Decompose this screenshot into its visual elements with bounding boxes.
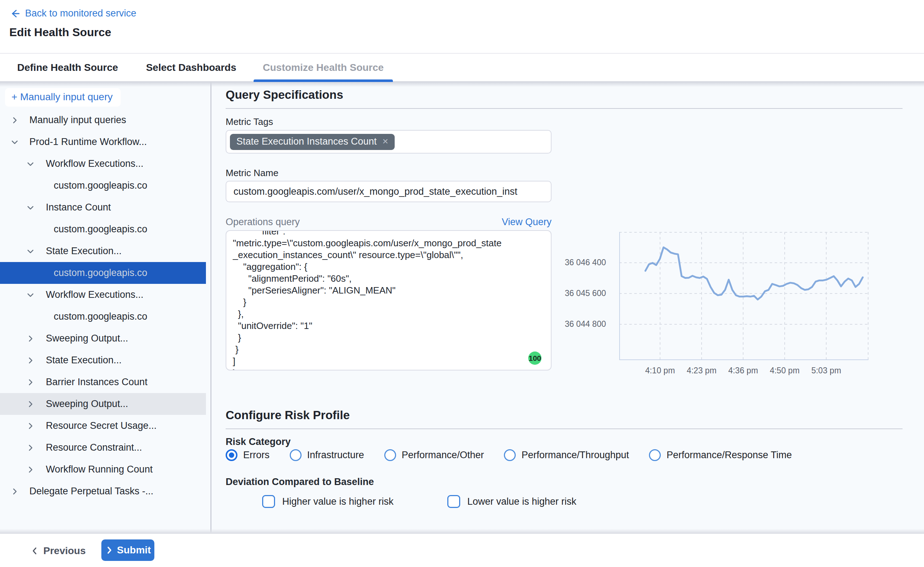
back-link[interactable]: Back to monitored service	[9, 8, 137, 19]
radio-performance-response-time[interactable]: Performance/Response Time	[649, 449, 792, 461]
checkbox-higher-value[interactable]: Higher value is higher risk	[262, 495, 394, 508]
chevron-right-icon[interactable]	[10, 487, 20, 496]
checkbox-icon	[447, 495, 460, 508]
chevron-right-icon	[105, 546, 114, 555]
metric-tag-label: State Execution Instances Count	[236, 136, 377, 147]
tab-select-dashboards[interactable]: Select Dashboards	[137, 54, 246, 81]
operations-query-label: Operations query	[225, 217, 300, 228]
chevron-left-icon	[30, 547, 39, 555]
query-tree-sidebar: + Manually input query Manually input qu…	[0, 82, 211, 533]
chevron-right-icon[interactable]	[26, 378, 35, 387]
metric-tags-input[interactable]: State Execution Instances Count ×	[225, 130, 551, 154]
risk-category-radio-group: Errors Infrastructure Performance/Other …	[225, 449, 792, 461]
edit-health-source-page: Back to monitored service Edit Health So…	[0, 0, 924, 567]
chevron-right-icon[interactable]	[26, 356, 35, 365]
tree-item-workflow-executions-1[interactable]: Workflow Executions...	[0, 153, 206, 175]
radio-errors[interactable]: Errors	[225, 449, 270, 461]
operations-query-editor[interactable]: "filter": "metric.type=\"custom.googleap…	[225, 230, 551, 370]
chart-y-axis: 36 046 40036 045 60036 044 800	[541, 232, 609, 360]
chart-x-axis: 4:10 pm4:23 pm4:36 pm4:50 pm5:03 pm	[619, 366, 868, 378]
wizard-tabs: Define Health Source Select Dashboards C…	[0, 53, 924, 82]
tree-item-instance-count[interactable]: Instance Count	[0, 196, 206, 218]
tree-item-sweeping-output-1[interactable]: Sweeping Output...	[0, 327, 206, 350]
tree-item-state-execution-2[interactable]: State Execution...	[0, 350, 206, 371]
y-axis-tick-label: 36 045 600	[541, 288, 606, 298]
metric-name-label: Metric Name	[225, 168, 278, 178]
chart-plot	[619, 232, 868, 360]
checkbox-lower-value[interactable]: Lower value is higher risk	[447, 495, 577, 508]
query-score-badge: 100	[528, 351, 541, 365]
tree-item-metric-leaf-3[interactable]: custom.googleapis.co	[0, 306, 206, 327]
content-area: + Manually input query Manually input qu…	[0, 82, 924, 533]
previous-button[interactable]: Previous	[30, 540, 86, 562]
radio-icon	[504, 449, 516, 461]
tab-define-health-source[interactable]: Define Health Source	[8, 54, 128, 81]
query-tree: Manually input queries Prod-1 Runtime Wo…	[0, 109, 210, 502]
x-axis-tick-label: 5:03 pm	[801, 366, 851, 375]
section-title-configure-risk-profile: Configure Risk Profile	[225, 408, 350, 422]
tree-item-manually-input-queries[interactable]: Manually input queries	[0, 109, 206, 131]
tab-customize-health-source[interactable]: Customize Health Source	[254, 54, 393, 81]
section-divider	[225, 108, 903, 109]
tree-item-workflow-executions-2[interactable]: Workflow Executions...	[0, 284, 206, 306]
metric-tag-chip: State Execution Instances Count ×	[230, 134, 395, 150]
chevron-right-icon[interactable]	[26, 465, 35, 474]
radio-selected-icon	[225, 449, 237, 461]
chevron-right-icon[interactable]	[26, 334, 35, 343]
tree-item-metric-leaf-selected[interactable]: custom.googleapis.co	[0, 262, 206, 284]
tree-item-resource-secret-usage[interactable]: Resource Secret Usage...	[0, 415, 206, 437]
chart-line	[645, 248, 863, 300]
tree-item-metric-leaf-2[interactable]: custom.googleapis.co	[0, 218, 206, 240]
radio-icon	[649, 449, 661, 461]
tree-item-sweeping-output-2[interactable]: Sweeping Output...	[0, 393, 206, 415]
page-title: Edit Health Source	[9, 26, 111, 39]
tree-item-workflow-running-count[interactable]: Workflow Running Count	[0, 459, 206, 480]
chevron-right-icon[interactable]	[26, 443, 35, 453]
radio-performance-throughput[interactable]: Performance/Throughput	[504, 449, 629, 461]
chevron-down-icon[interactable]	[26, 290, 35, 300]
wizard-footer: Previous Submit	[0, 533, 924, 567]
radio-performance-other[interactable]: Performance/Other	[384, 449, 484, 461]
back-arrow-icon	[9, 8, 20, 19]
chevron-down-icon[interactable]	[26, 159, 35, 169]
metric-tags-label: Metric Tags	[225, 116, 273, 128]
section-divider	[225, 429, 903, 429]
back-link-label: Back to monitored service	[25, 8, 137, 19]
y-axis-tick-label: 36 044 800	[541, 319, 606, 329]
deviation-label: Deviation Compared to Baseline	[225, 476, 374, 488]
chevron-right-icon[interactable]	[26, 422, 35, 430]
chevron-down-icon[interactable]	[10, 138, 20, 147]
operations-query-text: "filter": "metric.type=\"custom.googleap…	[226, 230, 551, 370]
tree-item-prod1-runtime-workflow[interactable]: Prod-1 Runtime Workflow...	[0, 131, 206, 153]
tree-item-metric-leaf-1[interactable]: custom.googleapis.co	[0, 175, 206, 196]
tree-item-delegate-perpetual-tasks[interactable]: Delegate Perpetual Tasks -...	[0, 480, 206, 502]
risk-category-label: Risk Category	[225, 436, 291, 447]
tree-item-resource-constraint[interactable]: Resource Constraint...	[0, 437, 206, 459]
radio-icon	[290, 449, 302, 461]
metric-preview-chart: 36 046 40036 045 60036 044 800 4:10 pm4:…	[541, 232, 924, 382]
section-title-query-specifications: Query Specifications	[225, 88, 343, 102]
tree-item-state-execution-1[interactable]: State Execution...	[0, 240, 206, 262]
chevron-right-icon[interactable]	[10, 116, 20, 125]
radio-icon	[384, 449, 396, 461]
view-query-link[interactable]: View Query	[448, 217, 551, 228]
metric-name-input[interactable]	[225, 181, 551, 202]
page-header: Back to monitored service Edit Health So…	[0, 0, 924, 53]
y-axis-tick-label: 36 046 400	[541, 258, 606, 267]
chevron-down-icon[interactable]	[26, 247, 35, 256]
tree-item-barrier-instances-count[interactable]: Barrier Instances Count	[0, 371, 206, 393]
remove-tag-icon[interactable]: ×	[383, 136, 388, 146]
add-query-button[interactable]: + Manually input query	[5, 88, 121, 106]
query-specifications-panel: Query Specifications Metric Tags State E…	[211, 82, 924, 533]
deviation-checkbox-group: Higher value is higher risk Lower value …	[262, 495, 576, 508]
checkbox-icon	[262, 495, 275, 508]
radio-infrastructure[interactable]: Infrastructure	[290, 449, 364, 461]
chevron-right-icon[interactable]	[26, 399, 35, 409]
chevron-down-icon[interactable]	[26, 203, 35, 212]
submit-button[interactable]: Submit	[101, 539, 154, 561]
